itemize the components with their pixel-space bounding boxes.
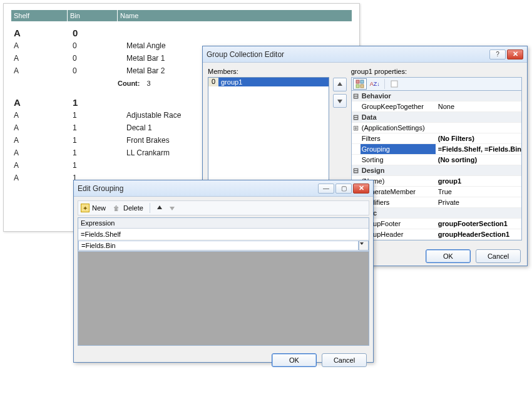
svg-rect-2 — [356, 85, 359, 88]
eg-title: Edit Grouping — [78, 184, 317, 193]
new-icon: ✦ — [81, 204, 90, 212]
prop-filters[interactable]: Filters(No Filters) — [352, 133, 521, 144]
header-shelf: Shelf — [11, 10, 68, 21]
dropdown-button[interactable] — [359, 241, 369, 251]
move-up-button[interactable] — [156, 205, 163, 211]
svg-rect-3 — [361, 85, 364, 88]
prop-name[interactable]: (Name)group1 — [352, 176, 521, 187]
category-misc[interactable]: ⊟Misc — [352, 208, 521, 219]
svg-rect-1 — [361, 80, 364, 83]
ok-button[interactable]: OK — [272, 353, 317, 367]
grid-empty-area — [78, 252, 369, 346]
header-name: Name — [118, 10, 352, 21]
prop-groupfooter[interactable]: GroupFootergroupFooterSection1 — [352, 219, 521, 229]
arrow-down-icon — [337, 98, 343, 104]
eg-titlebar[interactable]: Edit Grouping — ▢ ✕ — [74, 180, 373, 197]
ok-button[interactable]: OK — [426, 249, 471, 263]
delete-button[interactable]: 🗑 Delete — [112, 204, 143, 212]
eg-toolbar: ✦ New 🗑 Delete — [78, 200, 369, 215]
header-bin: Bin — [68, 10, 118, 21]
prop-modifiers[interactable]: ModifiersPrivate — [352, 197, 521, 208]
svg-rect-0 — [356, 80, 359, 83]
expression-row-selected[interactable]: =Fields.Bin — [78, 240, 369, 251]
expression-row[interactable]: =Fields.Shelf — [78, 229, 369, 240]
group-header-row: A 0 — [11, 21, 352, 39]
category-design[interactable]: ⊟Design — [352, 165, 521, 176]
properties-label: group1 properties: — [351, 68, 522, 75]
properties-toolbar: AZ↓ — [351, 77, 522, 91]
edit-grouping-window: Edit Grouping — ▢ ✕ ✦ New 🗑 Delete Expre… — [73, 180, 374, 363]
close-button[interactable]: ✕ — [507, 49, 523, 60]
move-up-button[interactable] — [333, 78, 347, 91]
prop-groupheader[interactable]: GroupHeadergroupHeaderSection1 — [352, 229, 521, 240]
prop-appsettings[interactable]: ⊞(ApplicationSettings) — [352, 123, 521, 133]
gce-titlebar[interactable]: Group Collection Editor ? ✕ — [203, 46, 527, 63]
cancel-button[interactable]: Cancel — [322, 353, 367, 367]
arrow-down-icon — [169, 205, 175, 211]
prop-generatemember[interactable]: GenerateMemberTrue — [352, 187, 521, 197]
arrow-up-icon — [337, 81, 343, 88]
prop-grouping-selected[interactable]: Grouping=Fields.Shelf, =Fields.Bin… — [352, 144, 521, 155]
close-button[interactable]: ✕ — [353, 184, 369, 194]
maximize-button[interactable]: ▢ — [335, 184, 352, 194]
category-behavior[interactable]: ⊟Behavior — [352, 91, 521, 101]
gce-title: Group Collection Editor — [207, 50, 488, 59]
move-down-button[interactable] — [169, 205, 175, 211]
report-column-headers: Shelf Bin Name — [11, 10, 352, 21]
help-button[interactable]: ? — [489, 49, 506, 60]
property-pages-button[interactable] — [387, 78, 401, 90]
expression-header: Expression — [78, 218, 369, 229]
category-data[interactable]: ⊟Data — [352, 112, 521, 123]
categorized-icon — [356, 80, 364, 88]
minimize-button[interactable]: — — [318, 184, 334, 194]
members-label: Members: — [208, 68, 329, 75]
prop-groupkeeptogether[interactable]: GroupKeepTogetherNone — [352, 101, 521, 112]
new-button[interactable]: ✦ New — [81, 204, 106, 212]
svg-rect-4 — [391, 81, 397, 87]
expression-grid[interactable]: Expression =Fields.Shelf =Fields.Bin — [78, 217, 369, 252]
trash-icon: 🗑 — [112, 204, 121, 212]
property-grid[interactable]: ⊟Behavior GroupKeepTogetherNone ⊟Data ⊞(… — [351, 91, 522, 241]
arrow-up-icon — [156, 205, 163, 211]
page-icon — [390, 80, 399, 88]
prop-sorting[interactable]: Sorting(No sorting) — [352, 155, 521, 165]
move-down-button[interactable] — [333, 94, 347, 108]
alphabetical-view-button[interactable]: AZ↓ — [368, 78, 382, 90]
categorized-view-button[interactable] — [353, 78, 367, 90]
chevron-down-icon — [359, 241, 364, 246]
members-item[interactable]: 0 group1 — [208, 78, 329, 86]
cancel-button[interactable]: Cancel — [476, 249, 521, 263]
